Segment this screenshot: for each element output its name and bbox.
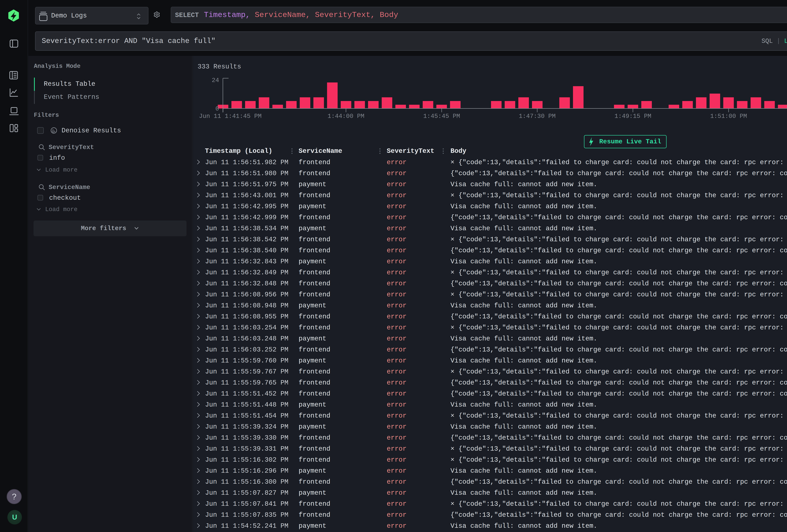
svg-text:1:44:00 PM: 1:44:00 PM <box>327 113 364 120</box>
svg-text:1:47:30 PM: 1:47:30 PM <box>519 113 556 120</box>
svg-text:1:45:45 PM: 1:45:45 PM <box>423 113 460 120</box>
svg-text:0: 0 <box>215 105 219 112</box>
svg-text:1:49:15 PM: 1:49:15 PM <box>615 113 651 120</box>
svg-text:Jun 11 1:41:45 PM: Jun 11 1:41:45 PM <box>199 113 261 120</box>
svg-text:24: 24 <box>212 77 219 84</box>
svg-text:1:51:00 PM: 1:51:00 PM <box>710 113 747 120</box>
